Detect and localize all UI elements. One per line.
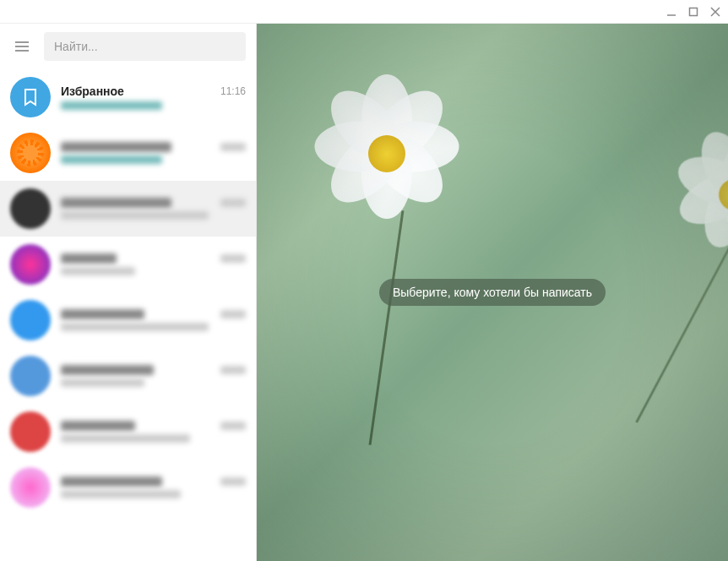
chat-title-blurred: [61, 309, 144, 319]
chat-preview-blurred: [61, 434, 190, 443]
chat-item[interactable]: [0, 348, 256, 404]
maximize-button[interactable]: [687, 6, 699, 18]
main-container: Избранное 11:16: [0, 24, 728, 561]
chat-title: Избранное: [61, 84, 124, 98]
saved-messages-icon: [10, 77, 51, 117]
avatar: [10, 188, 51, 229]
chat-preview-blurred: [61, 211, 209, 220]
chat-preview-blurred: [61, 490, 181, 498]
chat-time-blurred: [220, 366, 246, 374]
chat-content: [61, 477, 246, 498]
chat-time-blurred: [220, 254, 246, 263]
chat-item-saved[interactable]: Избранное 11:16: [0, 69, 256, 125]
chat-title-blurred: [61, 421, 135, 431]
search-box[interactable]: [44, 32, 246, 61]
window-titlebar: [0, 0, 728, 24]
chat-content: [61, 253, 246, 275]
chat-title-blurred: [61, 198, 171, 208]
chat-preview-blurred: [61, 323, 209, 331]
chat-preview-blurred: [61, 267, 135, 275]
chat-item[interactable]: [0, 460, 256, 515]
chat-content: Избранное 11:16: [61, 84, 246, 110]
chat-item[interactable]: [0, 125, 256, 181]
minimize-button[interactable]: [666, 6, 677, 18]
chat-title-blurred: [61, 253, 117, 264]
chat-preview-blurred: [61, 101, 162, 110]
empty-state-message: Выберите, кому хотели бы написать: [379, 279, 606, 306]
content-area: Выберите, кому хотели бы написать: [257, 24, 728, 561]
chat-item[interactable]: [0, 181, 256, 237]
avatar: [10, 467, 51, 508]
search-input[interactable]: [54, 40, 236, 53]
chat-time: 11:16: [220, 85, 246, 97]
avatar: [10, 244, 51, 285]
chat-preview-blurred: [61, 379, 144, 387]
chat-time-blurred: [220, 199, 246, 207]
avatar: [10, 300, 51, 340]
svg-rect-1: [690, 8, 698, 15]
chat-title-blurred: [61, 142, 171, 152]
chat-item[interactable]: [0, 404, 256, 460]
chat-item[interactable]: [0, 237, 256, 292]
chat-content: [61, 365, 246, 387]
sidebar: Избранное 11:16: [0, 24, 257, 561]
chat-preview-blurred: [61, 155, 162, 164]
chat-time-blurred: [220, 422, 246, 430]
chat-content: [61, 142, 246, 164]
avatar: [10, 411, 51, 452]
chat-content: [61, 309, 246, 331]
chat-time-blurred: [220, 477, 246, 486]
chat-time-blurred: [220, 143, 246, 151]
chat-time-blurred: [220, 310, 246, 319]
close-button[interactable]: [709, 6, 721, 18]
sidebar-header: [0, 24, 256, 69]
hamburger-icon: [14, 38, 30, 55]
chat-list[interactable]: Избранное 11:16: [0, 69, 256, 561]
chat-item[interactable]: [0, 292, 256, 348]
chat-title-blurred: [61, 477, 162, 487]
chat-content: [61, 198, 246, 220]
menu-button[interactable]: [10, 35, 34, 58]
avatar: [10, 356, 51, 396]
chat-title-blurred: [61, 365, 154, 375]
avatar: [10, 133, 51, 173]
chat-content: [61, 421, 246, 443]
